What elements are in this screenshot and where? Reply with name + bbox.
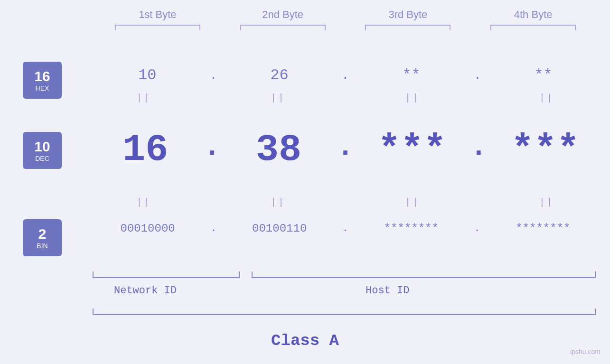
dec-badge-label: DEC <box>35 155 49 162</box>
watermark: ipshu.com <box>570 348 601 355</box>
eq2-b4: || <box>504 197 590 208</box>
byte3-header: 3rd Byte <box>356 9 460 21</box>
hex-byte3: ** <box>369 66 454 84</box>
eq1-b2: || <box>235 93 321 103</box>
class-bracket <box>93 308 596 315</box>
hex-badge: 16 HEX <box>23 62 62 99</box>
bracket-byte1 <box>115 25 200 30</box>
hex-badge-number: 16 <box>34 68 50 84</box>
bracket-byte2 <box>240 25 326 30</box>
bin-byte2: 00100110 <box>237 222 322 235</box>
equals-row-2: || || || || <box>95 197 596 208</box>
eq1-b1: || <box>101 93 187 103</box>
hex-byte4: ** <box>501 66 586 84</box>
hex-byte2: 26 <box>236 66 322 84</box>
host-id-label: Host ID <box>366 285 409 297</box>
hex-row: 10 . 26 . ** . ** <box>95 66 596 84</box>
hex-byte1: 10 <box>104 66 190 84</box>
bracket-byte4 <box>490 25 576 30</box>
bin-byte1: 00010000 <box>105 222 190 235</box>
dec-dot2: . <box>337 131 354 169</box>
bin-byte4: ******** <box>500 222 586 235</box>
bin-dot2: . <box>342 223 348 234</box>
hex-dot3: . <box>473 68 481 83</box>
byte2-header: 2nd Byte <box>231 9 335 21</box>
byte4-header: 4th Byte <box>481 9 585 21</box>
hex-dot2: . <box>341 68 349 83</box>
bin-badge: 2 BIN <box>23 219 62 256</box>
bin-badge-label: BIN <box>37 242 47 250</box>
hex-badge-label: HEX <box>36 84 49 92</box>
dec-byte2: 38 <box>236 128 321 171</box>
eq1-b4: || <box>504 93 590 103</box>
eq2-b3: || <box>370 197 455 208</box>
bin-badge-number: 2 <box>38 226 47 242</box>
dec-byte4: *** <box>503 128 588 171</box>
page-container: 1st Byte 2nd Byte 3rd Byte 4th Byte 16 H… <box>0 0 610 364</box>
eq1-b3: || <box>370 93 455 103</box>
eq2-b1: || <box>101 197 187 208</box>
bin-row: 00010000 . 00100110 . ******** . *******… <box>95 222 596 235</box>
dec-byte1: 16 <box>103 128 188 171</box>
byte1-header: 1st Byte <box>105 9 210 21</box>
dec-dot3: . <box>470 131 487 169</box>
dec-row: 16 . 38 . *** . *** <box>95 128 596 171</box>
bin-byte3: ******** <box>368 222 454 235</box>
bracket-byte3 <box>365 25 450 30</box>
network-id-label: Network ID <box>114 285 177 297</box>
byte-headers: 1st Byte 2nd Byte 3rd Byte 4th Byte <box>95 9 596 21</box>
hex-dot1: . <box>209 68 217 83</box>
bin-dot1: . <box>210 223 216 234</box>
dec-badge-number: 10 <box>34 139 50 155</box>
equals-row-1: || || || || <box>95 93 596 103</box>
eq2-b2: || <box>235 197 321 208</box>
bin-dot3: . <box>474 223 480 234</box>
top-brackets <box>95 25 596 30</box>
network-id-bracket <box>93 271 240 278</box>
class-label: Class A <box>271 332 339 350</box>
dec-byte3: *** <box>369 128 455 171</box>
dec-badge: 10 DEC <box>23 132 62 169</box>
dec-dot1: . <box>204 131 221 169</box>
host-id-bracket <box>252 271 596 278</box>
